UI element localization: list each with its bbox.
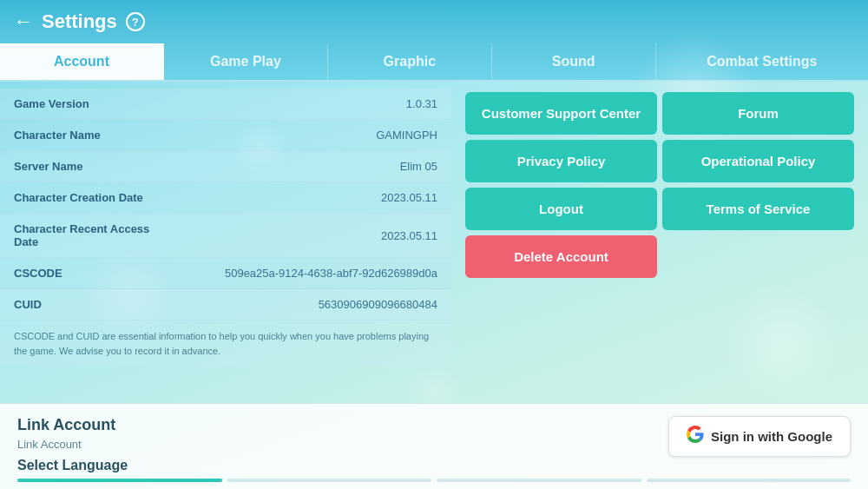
row-value: Elim 05 — [153, 160, 437, 173]
tabs-bar: Account Game Play Graphic Sound Combat S… — [0, 43, 868, 82]
select-language-title: Select Language — [17, 458, 851, 473]
terms-of-service-button[interactable]: Terms of Service — [662, 188, 854, 230]
row-label: Server Name — [14, 160, 153, 173]
row-value: GAMINGPH — [153, 129, 437, 142]
row-label: Character Creation Date — [14, 191, 153, 204]
delete-account-button[interactable]: Delete Account — [465, 235, 657, 278]
language-bar — [17, 479, 851, 482]
table-row: Character Recent Access Date 2023.05.11 — [0, 214, 451, 258]
privacy-policy-button[interactable]: Privacy Policy — [465, 140, 657, 182]
forum-button[interactable]: Forum — [662, 92, 854, 135]
back-button[interactable]: ← — [14, 10, 33, 33]
header: ← Settings ? — [0, 0, 868, 43]
google-btn-label: Sign in with Google — [711, 429, 832, 444]
sign-in-google-button[interactable]: Sign in with Google — [668, 416, 851, 457]
tab-gameplay[interactable]: Game Play — [164, 43, 328, 80]
table-row: CSCODE 509ea25a-9124-4638-abf7-92d626989… — [0, 258, 451, 289]
table-row: Game Version 1.0.31 — [0, 89, 451, 120]
table-row: Character Creation Date 2023.05.11 — [0, 182, 451, 214]
lang-segment-4[interactable] — [647, 479, 852, 482]
row-label: CSCODE — [14, 267, 153, 280]
table-row: Server Name Elim 05 — [0, 151, 451, 182]
tab-account[interactable]: Account — [0, 43, 164, 80]
tab-sound[interactable]: Sound — [492, 43, 656, 80]
row-value: 1.0.31 — [153, 97, 437, 110]
tab-combat[interactable]: Combat Settings — [656, 43, 868, 80]
tab-graphic[interactable]: Graphic — [328, 43, 492, 80]
row-label: Game Version — [14, 97, 153, 110]
page-title: Settings — [42, 10, 117, 33]
lang-segment-3[interactable] — [437, 479, 641, 482]
bottom-section: Link Account Link Account Sign in with G… — [0, 403, 868, 489]
row-value: 509ea25a-9124-4638-abf7-92d626989d0a — [153, 267, 437, 280]
info-note: CSCODE and CUID are essential informatio… — [0, 320, 451, 367]
operational-policy-button[interactable]: Operational Policy — [662, 140, 854, 182]
lang-segment-1[interactable] — [17, 479, 222, 482]
row-value: 2023.05.11 — [153, 191, 437, 204]
help-button[interactable]: ? — [126, 12, 145, 31]
customer-support-button[interactable]: Customer Support Center — [465, 92, 657, 135]
logout-button[interactable]: Logout — [465, 188, 657, 230]
google-icon — [687, 426, 704, 447]
row-value: 2023.05.11 — [153, 229, 437, 242]
table-row: CUID 5630906909096680484 — [0, 289, 451, 320]
row-label: Character Recent Access Date — [14, 222, 153, 248]
row-label: Character Name — [14, 129, 153, 142]
actions-grid: Customer Support Center Forum Privacy Po… — [465, 92, 854, 278]
table-row: Character Name GAMINGPH — [0, 120, 451, 151]
lang-segment-2[interactable] — [227, 479, 432, 482]
row-value: 5630906909096680484 — [153, 298, 437, 311]
row-label: CUID — [14, 298, 153, 311]
